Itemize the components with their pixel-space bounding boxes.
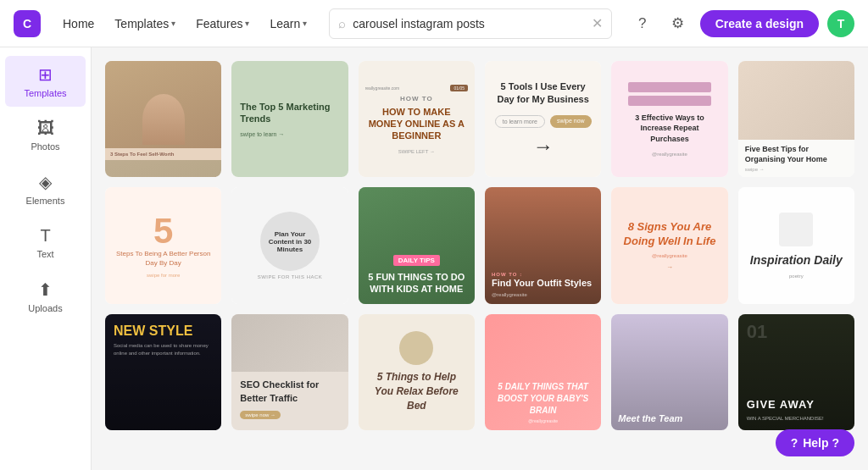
card-text: Steps To Being A Better Person Day By Da…: [105, 249, 221, 268]
template-card[interactable]: SEO Checklist for Better Traffic swipe n…: [231, 314, 348, 430]
sidebar-item-uploads[interactable]: ⬆ Uploads: [5, 271, 86, 322]
sidebar-item-photos[interactable]: 🖼 Photos: [5, 110, 86, 160]
card-sub: Social media can be used to share money …: [114, 342, 213, 357]
card-title: GIVE AWAY: [747, 398, 846, 412]
card-sub: SWIPE FOR THIS HACK: [258, 274, 323, 279]
help-label: Help ?: [803, 436, 839, 450]
template-card[interactable]: Plan Your Content in 30 Minutes SWIPE FO…: [231, 187, 348, 303]
card-title: Find Your Outfit Styles: [492, 277, 594, 289]
template-card[interactable]: 8 Signs You Are Doing Well In Life @real…: [611, 187, 727, 303]
sidebar: ⊞ Templates 🖼 Photos ◈ Elements T Text ⬆…: [0, 47, 92, 470]
templates-grid-area: 3 Steps To Feel Self-Worth The Top 5 Mar…: [92, 47, 868, 470]
template-card[interactable]: 5 Things to Help You Relax Before Bed: [359, 314, 475, 430]
card-sub: @reallygreasite: [652, 152, 687, 157]
nav-templates[interactable]: Templates ▾: [109, 14, 181, 34]
chevron-down-icon: ▾: [171, 19, 175, 28]
card-title: The Top 5 Marketing Trends: [240, 101, 339, 125]
card-title: SEO Checklist for Better Traffic: [240, 379, 339, 405]
template-grid: 3 Steps To Feel Self-Worth The Top 5 Mar…: [105, 61, 854, 430]
help-icon: ?: [791, 436, 798, 450]
card-title: Inspiration Daily: [750, 253, 843, 267]
uploads-icon: ⬆: [38, 279, 53, 300]
card-title: Plan Your Content in 30 Minutes: [260, 227, 320, 257]
avatar[interactable]: T: [827, 10, 854, 37]
search-input[interactable]: [353, 17, 587, 30]
navbar: C Home Templates ▾ Features ▾ Learn ▾ ⌕ …: [0, 0, 868, 47]
card-title: HOW TO MAKE MONEY ONLINE AS A BEGINNER: [365, 106, 468, 142]
sidebar-item-text[interactable]: T Text: [5, 218, 86, 268]
sidebar-item-templates[interactable]: ⊞ Templates: [5, 56, 86, 107]
help-button[interactable]: ? Help ?: [776, 429, 854, 456]
template-card[interactable]: 5 Tools I Use Every Day for My Business …: [485, 61, 601, 177]
sidebar-item-elements[interactable]: ◈ Elements: [5, 163, 86, 214]
card-url: reallygreasite.com: [365, 86, 400, 91]
settings-icon[interactable]: ⚙: [665, 10, 692, 37]
sidebar-item-label: Uploads: [28, 303, 62, 313]
template-card[interactable]: Five Best Tips for Organising Your Home …: [738, 61, 854, 177]
nav-features[interactable]: Features ▾: [191, 14, 254, 34]
nav-right: ? ⚙ Create a design T: [629, 10, 854, 37]
sidebar-item-label: Photos: [31, 141, 59, 152]
card-text: 3 Steps To Feel Self-Worth: [110, 152, 216, 157]
card-title: Meet the Team: [618, 413, 721, 423]
nav-home[interactable]: Home: [58, 14, 99, 34]
card-badge: 01/05: [450, 85, 468, 91]
card-title: NEW STYLE: [114, 323, 213, 339]
template-card[interactable]: 5 Steps To Being A Better Person Day By …: [105, 187, 221, 303]
templates-icon: ⊞: [38, 64, 53, 85]
template-card[interactable]: 3 Effective Ways to Increase Repeat Purc…: [611, 61, 727, 177]
elements-icon: ◈: [39, 172, 52, 192]
sidebar-item-label: Templates: [24, 88, 66, 98]
swipe-hint: swipe for more: [147, 273, 180, 278]
card-sub: swipe →: [745, 167, 848, 172]
card-title: 8 Signs You Are Doing Well In Life: [620, 220, 719, 249]
template-card[interactable]: DAILY TIPS 5 FUN THINGS TO DO WITH KIDS …: [359, 187, 475, 303]
card-title: 5 Things to Help You Relax Before Bed: [367, 370, 466, 412]
card-tag: DAILY TIPS: [393, 255, 440, 266]
arrow-icon: →: [666, 263, 673, 271]
card-number: 01: [747, 323, 846, 341]
card-sub: swipe to learn →: [240, 131, 339, 137]
sidebar-item-label: Text: [36, 249, 53, 259]
search-icon: ⌕: [338, 16, 346, 30]
text-icon: T: [40, 226, 50, 246]
card-title: 3 Effective Ways to Increase Repeat Purc…: [618, 109, 721, 148]
main-area: ⊞ Templates 🖼 Photos ◈ Elements T Text ⬆…: [0, 47, 868, 470]
chevron-down-icon: ▾: [303, 19, 307, 28]
template-card[interactable]: 3 Steps To Feel Self-Worth: [105, 61, 221, 177]
card-title: Five Best Tips for Organising Your Home: [745, 145, 848, 164]
card-sub: poetry: [789, 274, 804, 279]
card-url: @reallygreasite: [492, 418, 594, 423]
card-sub: WIN A SPECIAL MERCHANDISE!: [747, 415, 846, 422]
card-sub: @reallygreasite: [492, 292, 594, 297]
template-card[interactable]: 01 GIVE AWAY WIN A SPECIAL MERCHANDISE!: [738, 314, 854, 430]
template-card[interactable]: 5 DAILY THINGS THAT BOOST YOUR BABY'S BR…: [485, 314, 601, 430]
swipe-btn[interactable]: swipe now: [550, 115, 592, 128]
card-how-to: HOW TO: [400, 95, 433, 102]
template-card[interactable]: NEW STYLE Social media can be used to sh…: [105, 314, 221, 430]
template-card[interactable]: HOW TO : Find Your Outfit Styles @really…: [485, 187, 601, 303]
card-title: 5 FUN THINGS TO DO WITH KIDS AT HOME: [367, 271, 466, 296]
card-sub: SWIPE LEFT →: [398, 149, 435, 154]
create-design-button[interactable]: Create a design: [700, 10, 819, 37]
learn-more-btn[interactable]: to learn more: [495, 115, 545, 128]
clear-search-icon[interactable]: ✕: [592, 15, 603, 31]
arrow-icon: →: [533, 135, 554, 158]
help-icon[interactable]: ?: [629, 10, 656, 37]
canva-logo[interactable]: C: [14, 10, 41, 37]
template-card[interactable]: Meet the Team: [611, 314, 727, 430]
template-card[interactable]: Inspiration Daily poetry: [738, 187, 854, 303]
logo[interactable]: C: [14, 10, 41, 37]
card-title: 5 Tools I Use Every Day for My Business: [485, 80, 601, 107]
card-sub: @reallygreasite: [652, 253, 687, 258]
photos-icon: 🖼: [37, 119, 54, 138]
nav-learn[interactable]: Learn ▾: [264, 14, 312, 34]
chevron-down-icon: ▾: [245, 19, 249, 28]
template-card[interactable]: reallygreasite.com 01/05 HOW TO HOW TO M…: [359, 61, 475, 177]
template-card[interactable]: The Top 5 Marketing Trends swipe to lear…: [231, 61, 348, 177]
sidebar-item-label: Elements: [26, 196, 65, 206]
card-number: 5: [153, 213, 173, 249]
search-bar: ⌕ ✕: [329, 8, 612, 39]
card-btn[interactable]: swipe now →: [240, 411, 281, 419]
card-title: 5 DAILY THINGS THAT BOOST YOUR BABY'S BR…: [492, 381, 594, 417]
